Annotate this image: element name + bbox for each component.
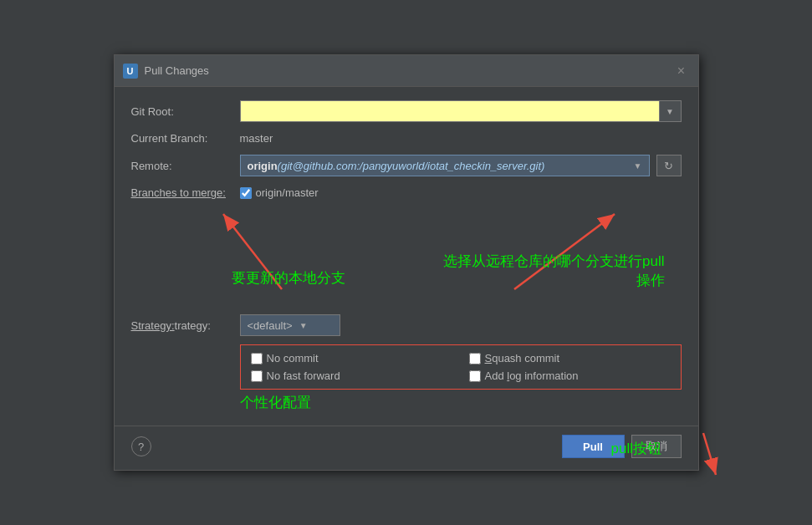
title-bar-left: U Pull Changes <box>123 64 209 79</box>
branches-control: origin/master <box>240 186 682 199</box>
git-root-control: ▼ <box>240 100 682 122</box>
add-log-label: Add log information <box>485 370 579 382</box>
branches-annotation-area: Branches to merge: origin/master <box>131 186 682 314</box>
strategy-arrow-icon: ▼ <box>299 321 308 330</box>
git-root-dropdown-btn[interactable]: ▼ <box>660 100 682 122</box>
strategy-row: Strategy:trategy: <default> ▼ <box>131 314 682 336</box>
remote-origin: origin <box>248 160 278 172</box>
svg-line-5 <box>703 433 716 475</box>
git-root-row: Git Root: ▼ <box>131 100 682 122</box>
squash-commit-checkbox[interactable] <box>469 353 481 364</box>
branch-option-label: origin/master <box>256 186 319 199</box>
branches-label: Branches to merge: <box>131 186 240 199</box>
remote-label: Remote: <box>131 160 240 172</box>
remote-dropdown-arrow: ▼ <box>634 161 642 171</box>
strategy-label-text: Strategy:trategy: <box>131 319 211 332</box>
options-box: No commit Squash commit No fast forward … <box>240 344 682 390</box>
squash-commit-label: Squash commit <box>485 352 560 364</box>
current-branch-label: Current Branch: <box>131 132 240 145</box>
footer-left: ? <box>131 436 151 456</box>
add-log-checkbox[interactable] <box>469 370 481 382</box>
branch-annotation-text: 要更新的本地分支 <box>232 268 345 288</box>
branch-arrow-svg <box>198 206 365 314</box>
no-commit-option: No commit <box>251 352 452 364</box>
remote-row: Remote: origin (git@github.com:/pangyuwo… <box>131 155 682 176</box>
no-fast-forward-checkbox[interactable] <box>251 370 263 382</box>
help-button[interactable]: ? <box>131 436 151 456</box>
no-commit-checkbox[interactable] <box>251 353 263 364</box>
current-branch-value: master <box>240 132 682 145</box>
remote-input-row: origin (git@github.com:/pangyuworld/iota… <box>240 155 682 176</box>
strategy-dropdown[interactable]: <default> ▼ <box>240 314 340 336</box>
current-branch-row: Current Branch: master <box>131 132 682 145</box>
no-fast-forward-label: No fast forward <box>267 370 340 382</box>
config-annotation-text: 个性化配置 <box>240 393 682 412</box>
refresh-button[interactable]: ↻ <box>656 155 682 176</box>
squash-commit-option: Squash commit <box>469 352 671 364</box>
no-commit-label: No commit <box>267 352 319 364</box>
git-root-input[interactable] <box>240 100 660 122</box>
annotation-block: 要更新的本地分支 选择从远程仓库的哪个分支进行pull操作 <box>131 206 682 314</box>
strategy-label: Strategy:trategy: <box>131 319 240 332</box>
strategy-value: <default> <box>248 319 293 332</box>
remote-annotation-text: 选择从远程仓库的哪个分支进行pull操作 <box>431 252 665 290</box>
remote-dropdown[interactable]: origin (git@github.com:/pangyuworld/iota… <box>240 155 650 176</box>
no-fast-forward-option: No fast forward <box>251 370 452 382</box>
pull-changes-dialog: U Pull Changes × Git Root: ▼ Current Bra… <box>114 54 699 471</box>
options-area: No commit Squash commit No fast forward … <box>131 344 682 412</box>
dialog-title: Pull Changes <box>145 64 209 77</box>
branches-row: Branches to merge: origin/master <box>131 186 682 199</box>
remote-url: (git@github.com:/pangyuworld/iotat_check… <box>278 160 545 172</box>
close-button[interactable]: × <box>673 63 690 79</box>
refresh-icon: ↻ <box>664 160 673 172</box>
pull-annotation-text: pull按钮 <box>611 439 661 458</box>
branch-checkbox[interactable] <box>240 187 252 199</box>
title-bar: U Pull Changes × <box>115 55 698 87</box>
dialog-content: Git Root: ▼ Current Branch: master Remot… <box>115 87 698 426</box>
branches-underline: Branches to merge: <box>131 186 226 199</box>
chevron-down-icon: ▼ <box>666 107 674 116</box>
add-log-option: Add log information <box>469 370 671 382</box>
branch-checkbox-item: origin/master <box>240 186 682 199</box>
git-root-label: Git Root: <box>131 105 240 118</box>
dialog-footer: ? pull按钮 Pull 取消 <box>115 426 698 470</box>
app-icon: U <box>123 64 138 79</box>
branch-name: master <box>240 132 273 145</box>
remote-control: origin (git@github.com:/pangyuworld/iota… <box>240 155 682 176</box>
